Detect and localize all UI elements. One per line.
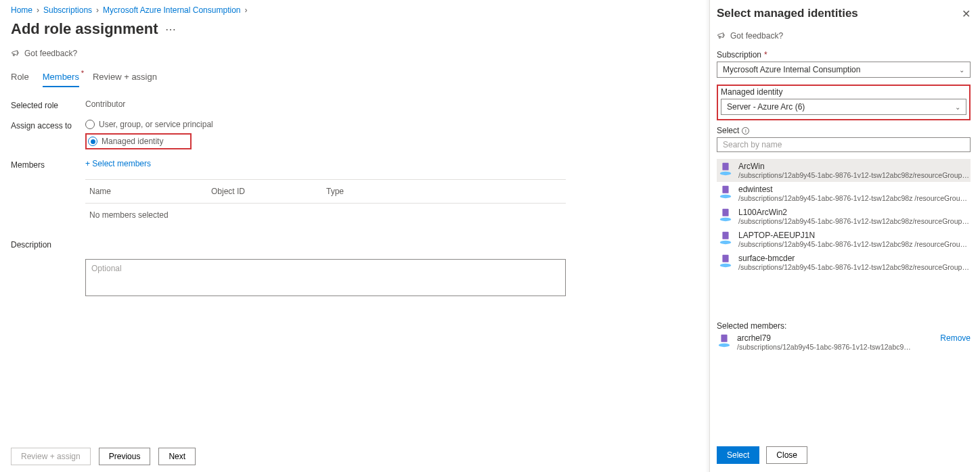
panel-got-feedback-link[interactable]: Got feedback? [717,31,971,41]
panel-title: Select managed identities [717,7,858,20]
radio-icon [85,120,95,129]
selected-member-row: arcrhel79 /subscriptions/12ab9y45-1abc-9… [717,333,971,351]
select-button[interactable]: Select [717,446,759,464]
chevron-down-icon: ⌄ [955,103,960,111]
info-icon[interactable]: i [742,127,749,135]
server-arc-icon [718,162,733,176]
svg-point-7 [720,241,732,245]
svg-point-5 [720,218,732,222]
main-content: Home › Subscriptions › Mycrosoft Azure I… [0,0,704,472]
server-arc-icon [718,208,733,222]
svg-point-11 [719,344,730,348]
identity-name: ArcWin [738,162,969,171]
svg-rect-10 [721,335,727,342]
identity-item-laptop[interactable]: LAPTOP-AEEUPJ1N /subscriptions/12ab9y45-… [717,228,971,251]
chevron-down-icon: ⌄ [959,66,964,74]
identity-name: surface-bmcder [738,254,969,263]
chevron-right-icon: › [245,5,248,15]
selected-members-label: Selected members: [717,321,971,331]
identity-path: /subscriptions/12ab9y45-1abc-9876-1v12-t… [738,263,969,271]
panel-footer: Select Close [717,440,971,472]
server-arc-icon [718,185,733,199]
select-members-link[interactable]: + Select members [85,159,151,168]
chevron-right-icon: › [37,5,39,15]
close-icon[interactable]: ✕ [962,7,971,20]
assign-access-label: Assign access to [11,120,85,131]
next-button[interactable]: Next [158,448,196,465]
identity-path: /subscriptions/12ab9y45-1abc-9876-1v12-t… [738,194,969,202]
selected-members-section: Selected members: arcrhel79 /subscriptio… [717,321,971,351]
remove-member-link[interactable]: Remove [940,333,971,343]
svg-point-9 [720,264,732,268]
feedback-label: Got feedback? [24,49,77,58]
description-input[interactable]: Optional [85,259,566,296]
tab-bar: Role Members* Review + assign [11,69,693,87]
page-title-row: Add role assignment ⋯ [11,20,693,38]
radio-icon [88,137,97,146]
tab-role[interactable]: Role [11,69,29,87]
breadcrumb-subscription-name[interactable]: Mycrosoft Azure Internal Consumption [103,5,240,15]
selected-role-value: Contributor [85,99,125,109]
members-table: Name Object ID Type No members selected [85,179,566,227]
required-indicator: * [764,50,767,60]
previous-button[interactable]: Previous [99,448,151,465]
got-feedback-link[interactable]: Got feedback? [11,49,693,58]
radio-user-group-sp[interactable]: User, group, or service principal [85,120,213,129]
selected-member-path: /subscriptions/12ab9y45-1abc-9876-1v12-t… [737,343,913,351]
managed-identity-value: Server - Azure Arc (6) [727,102,805,112]
breadcrumb-subscriptions[interactable]: Subscriptions [43,5,92,15]
identity-name: L100ArcWin2 [738,208,969,217]
breadcrumb-home[interactable]: Home [11,5,32,15]
svg-rect-4 [722,209,728,216]
subscription-label: Subscription* [717,50,971,60]
table-header-name: Name [85,180,207,203]
server-arc-icon [718,254,733,268]
chevron-right-icon: › [96,5,99,15]
subscription-select[interactable]: Mycrosoft Azure Internal Consumption ⌄ [717,62,971,78]
table-header-type: Type [322,180,566,203]
identity-item-l100arcwin2[interactable]: L100ArcWin2 /subscriptions/12ab9y45-1abc… [717,205,971,228]
identity-path: /subscriptions/12ab9y45-1abc-9876-1v12-t… [738,240,969,248]
tab-review[interactable]: Review + assign [93,69,157,87]
more-actions-icon[interactable]: ⋯ [165,23,176,36]
identity-name: edwintest [738,185,969,194]
svg-rect-8 [722,255,728,262]
svg-rect-6 [722,232,728,239]
selected-member-name: arcrhel79 [737,333,913,343]
search-input[interactable]: Search by name [717,137,971,152]
select-label-text: Select [717,126,739,135]
no-members-message: No members selected [85,204,566,227]
megaphone-icon [717,31,726,41]
tab-members[interactable]: Members* [43,69,79,87]
svg-rect-0 [722,163,728,170]
members-label: Members [11,159,85,170]
svg-rect-2 [722,186,728,193]
subscription-value: Mycrosoft Azure Internal Consumption [723,65,860,74]
selected-role-label: Selected role [11,99,85,110]
server-arc-icon [718,231,733,245]
close-button[interactable]: Close [766,446,807,464]
review-assign-button[interactable]: Review + assign [11,448,91,465]
megaphone-icon [11,49,20,58]
highlight-managed-identity: Managed identity [85,133,192,149]
highlight-managed-identity-field: Managed identity Server - Azure Arc (6) … [717,85,971,120]
search-placeholder: Search by name [723,140,782,149]
radio-user-label: User, group, or service principal [99,120,213,129]
wizard-footer: Review + assign Previous Next [11,448,196,465]
select-label: Select i [717,126,971,135]
svg-point-1 [720,172,732,175]
managed-identity-select[interactable]: Server - Azure Arc (6) ⌄ [721,99,966,115]
managed-identity-label: Managed identity [721,87,966,97]
identity-item-surface[interactable]: surface-bmcder /subscriptions/12ab9y45-1… [717,251,971,274]
identity-item-edwintest[interactable]: edwintest /subscriptions/12ab9y45-1abc-9… [717,182,971,205]
description-label: Description [11,239,85,250]
identity-list: ArcWin /subscriptions/12ab9y45-1abc-9876… [717,159,971,274]
panel-feedback-label: Got feedback? [730,31,783,41]
subscription-label-text: Subscription [717,50,761,60]
breadcrumb: Home › Subscriptions › Mycrosoft Azure I… [11,5,693,15]
identity-item-arcwin[interactable]: ArcWin /subscriptions/12ab9y45-1abc-9876… [717,159,971,182]
required-indicator: * [81,69,84,77]
select-managed-identities-panel: Select managed identities ✕ Got feedback… [709,0,980,472]
tab-members-label: Members [43,72,79,82]
radio-managed-identity[interactable]: Managed identity [88,137,163,146]
